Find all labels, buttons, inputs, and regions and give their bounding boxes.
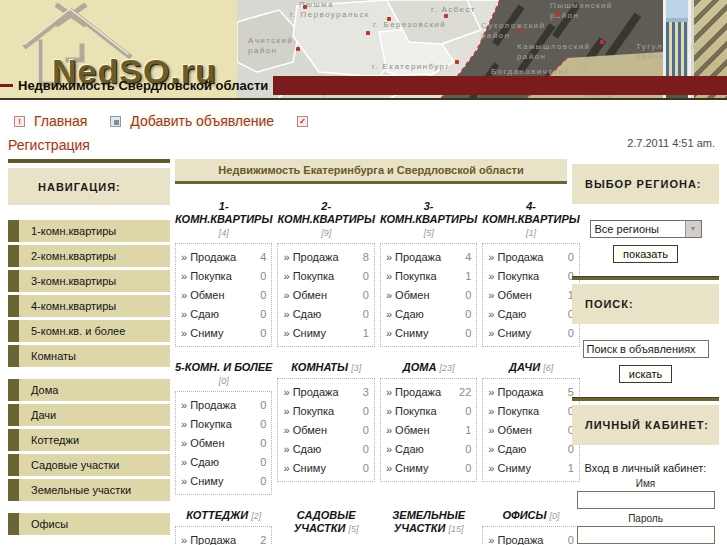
category-title[interactable]: КОМНАТЫ [3] [277, 361, 374, 375]
stat-link[interactable]: Обмен [181, 289, 225, 301]
sidebar-item-5room[interactable]: 5-комн.кв. и более [8, 320, 170, 342]
stat-link[interactable]: Сдаю [283, 308, 321, 320]
stat-link[interactable]: Сниму [181, 475, 224, 487]
stat-link[interactable]: Сдаю [488, 308, 526, 320]
stat-link[interactable]: Продажа [181, 399, 236, 411]
stat-row: Сниму0 [181, 323, 266, 342]
stat-row: Покупка0 [181, 414, 266, 433]
category-title[interactable]: 3-КОМН.КВАРТИРЫ [5] [380, 200, 477, 240]
sidebar-item-3room[interactable]: 3-комн.квартиры [8, 270, 170, 292]
stat-link[interactable]: Сниму [488, 462, 531, 474]
category-block: 1-КОМН.КВАРТИРЫ [4] Продажа4 Покупка0 Об… [175, 200, 272, 347]
site-tagline: Недвижимость Свердловской области [13, 78, 273, 93]
stat-link[interactable]: Сниму [386, 327, 429, 339]
region-select[interactable]: Все регионы ▼ [590, 220, 702, 238]
check-icon: ✓ [297, 116, 308, 127]
stat-link[interactable]: Сниму [283, 462, 326, 474]
stat-link[interactable]: Покупка [181, 270, 232, 282]
alert-icon: ! [14, 116, 25, 127]
login-name-input[interactable] [577, 491, 715, 509]
category-title[interactable]: 5-КОМН. И БОЛЕЕ [0] [175, 361, 272, 388]
stat-link[interactable]: Продажа [386, 251, 441, 263]
category-stats: Продажа2 [175, 526, 272, 545]
stat-link[interactable]: Продажа [181, 251, 236, 263]
stat-link[interactable]: Обмен [386, 289, 430, 301]
category-title[interactable]: 4-КОМН.КВАРТИРЫ [1] [482, 200, 579, 240]
stat-value: 0 [363, 308, 369, 320]
stat-link[interactable]: Сдаю [181, 456, 219, 468]
stat-link[interactable]: Сдаю [283, 443, 321, 455]
stat-link[interactable]: Покупка [386, 270, 437, 282]
sidebar-item-cottages[interactable]: Коттеджи [8, 429, 170, 451]
stat-link[interactable]: Сдаю [386, 308, 424, 320]
stat-value: 0 [363, 289, 369, 301]
sidebar-item-4room[interactable]: 4-комн.квартиры [8, 295, 170, 317]
stat-link[interactable]: Покупка [386, 405, 437, 417]
stat-link[interactable]: Продажа [181, 534, 236, 545]
stat-value: 0 [465, 443, 471, 455]
stat-value: 0 [465, 405, 471, 417]
stat-value: 3 [363, 386, 369, 398]
category-title[interactable]: ЗЕМЕЛЬНЫЕ УЧАСТКИ [15] [380, 509, 477, 536]
stat-link[interactable]: Продажа [283, 386, 338, 398]
stat-link[interactable]: Сдаю [386, 443, 424, 455]
stat-link[interactable]: Продажа [488, 386, 543, 398]
nav-home-link[interactable]: Главная [34, 113, 87, 129]
sidebar-item-garden-plots[interactable]: Садовые участки [8, 454, 170, 476]
stat-link[interactable]: Сдаю [488, 443, 526, 455]
map-label: г. Первоуральск [290, 10, 370, 20]
stat-link[interactable]: Сниму [488, 327, 531, 339]
sidebar-item-rooms[interactable]: Комнаты [8, 345, 170, 367]
sidebar-item-offices[interactable]: Офисы [8, 513, 170, 535]
stat-link[interactable]: Сдаю [181, 308, 219, 320]
stat-link[interactable]: Продажа [386, 386, 441, 398]
category-count: [9] [321, 228, 331, 238]
map-marker [444, 14, 448, 18]
stat-link[interactable]: Обмен [283, 289, 327, 301]
stat-link[interactable]: Обмен [488, 289, 532, 301]
nav-registration-link[interactable]: Регистрация [8, 137, 90, 153]
stat-value: 0 [363, 270, 369, 282]
stat-link[interactable]: Покупка [488, 405, 539, 417]
stat-row: Обмен1 [488, 285, 573, 304]
stat-row: Сдаю0 [488, 439, 573, 458]
map-label: г. Екатеринбург [372, 62, 450, 72]
sidebar-item-2room[interactable]: 2-комн.квартиры [8, 245, 170, 267]
stat-link[interactable]: Обмен [386, 424, 430, 436]
sidebar-item-dachas[interactable]: Дачи [8, 404, 170, 426]
map-marker [296, 47, 300, 51]
stat-link[interactable]: Сниму [283, 327, 326, 339]
sidebar-item-houses[interactable]: Дома [8, 379, 170, 401]
stat-link[interactable]: Покупка [283, 270, 334, 282]
stat-link[interactable]: Сниму [181, 327, 224, 339]
category-stats: Продажа4 Покупка1 Обмен0 Сдаю0 Сниму0 [380, 243, 477, 347]
nav-add-listing-link[interactable]: Добавить объявление [130, 113, 274, 129]
stat-link[interactable]: Сниму [386, 462, 429, 474]
category-title[interactable]: ДАЧИ [6] [482, 361, 579, 375]
stat-row: Продажа0 [181, 395, 266, 414]
stat-link[interactable]: Покупка [283, 405, 334, 417]
stat-link[interactable]: Покупка [488, 270, 539, 282]
sidebar-item-1room[interactable]: 1-комн.квартиры [8, 220, 170, 242]
category-title[interactable]: САДОВЫЕ УЧАСТКИ [5] [277, 509, 374, 536]
sidebar-item-land-plots[interactable]: Земельные участки [8, 479, 170, 501]
category-title[interactable]: 1-КОМН.КВАРТИРЫ [4] [175, 200, 272, 240]
category-title[interactable]: ДОМА [23] [380, 361, 477, 375]
search-input[interactable] [583, 340, 709, 358]
stat-row: Сдаю0 [283, 304, 368, 323]
category-title[interactable]: КОТТЕДЖИ [2] [175, 509, 272, 523]
category-title[interactable]: 2-КОМН.КВАРТИРЫ [9] [277, 200, 374, 240]
login-password-input[interactable] [577, 526, 715, 544]
chevron-down-icon[interactable]: ▼ [685, 221, 701, 237]
show-button[interactable]: показать [613, 245, 678, 263]
stat-link[interactable]: Покупка [181, 418, 232, 430]
search-button[interactable]: искать [619, 365, 672, 383]
category-title[interactable]: ОФИСЫ [0] [482, 509, 579, 523]
stat-link[interactable]: Обмен [283, 424, 327, 436]
stat-link[interactable]: Продажа [283, 251, 338, 263]
stat-link[interactable]: Продажа [488, 251, 543, 263]
stat-link[interactable]: Продажа [488, 534, 543, 545]
category-stats: Продажа22 Покупка0 Обмен1 Сдаю0 Сниму0 [380, 378, 477, 482]
stat-link[interactable]: Обмен [181, 437, 225, 449]
stat-link[interactable]: Обмен [488, 424, 532, 436]
